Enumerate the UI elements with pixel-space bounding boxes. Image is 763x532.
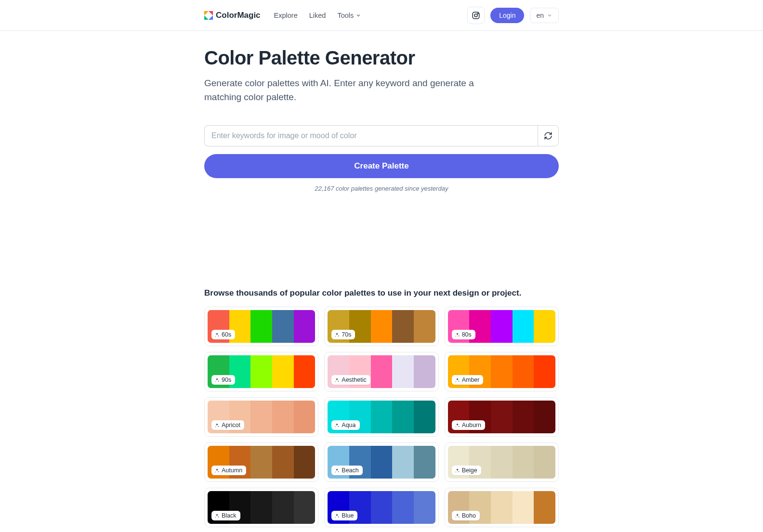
swatch-row: Blue bbox=[328, 491, 435, 524]
nav-tools-label: Tools bbox=[337, 12, 354, 19]
nav-explore[interactable]: Explore bbox=[274, 12, 298, 19]
color-swatch bbox=[491, 355, 513, 388]
palette-label: Amber bbox=[462, 376, 480, 383]
sparkle-icon bbox=[214, 423, 220, 428]
palette-card[interactable]: Auburn bbox=[445, 397, 559, 437]
brand-logo[interactable]: ColorMagic bbox=[204, 11, 261, 20]
palette-card[interactable]: 70s bbox=[324, 307, 438, 346]
nav-liked[interactable]: Liked bbox=[309, 12, 326, 19]
palette-label: Aqua bbox=[342, 422, 355, 428]
palette-card[interactable]: Black bbox=[204, 488, 318, 527]
color-swatch bbox=[534, 355, 555, 388]
swatch-row: Black bbox=[208, 491, 315, 524]
palette-tag: Auburn bbox=[452, 420, 485, 430]
palette-card[interactable]: Boho bbox=[445, 488, 559, 527]
swatch-row: Apricot bbox=[208, 401, 315, 433]
palette-tag: Blue bbox=[331, 511, 357, 520]
sparkle-icon bbox=[334, 377, 340, 383]
palette-card[interactable]: 80s bbox=[445, 307, 559, 346]
palette-tag: Beach bbox=[331, 466, 362, 475]
color-swatch bbox=[392, 310, 414, 343]
palette-card[interactable]: Beach bbox=[324, 442, 438, 482]
palette-tag: Apricot bbox=[211, 420, 244, 430]
palette-card[interactable]: Apricot bbox=[204, 397, 318, 437]
instagram-button[interactable] bbox=[467, 7, 485, 24]
color-swatch bbox=[371, 355, 393, 388]
palette-label: 90s bbox=[222, 376, 231, 383]
palette-label: 70s bbox=[342, 331, 351, 338]
sparkle-icon bbox=[214, 513, 220, 519]
palette-card[interactable]: Amber bbox=[445, 352, 559, 391]
palette-label: Auburn bbox=[462, 422, 481, 428]
stats-text: 22,167 color palettes generated since ye… bbox=[204, 185, 559, 192]
swatch-row: 70s bbox=[328, 310, 435, 343]
palette-tag: Beige bbox=[452, 466, 481, 475]
sparkle-icon bbox=[334, 468, 340, 473]
page-subtitle: Generate color palettes with AI. Enter a… bbox=[204, 77, 474, 104]
refresh-button[interactable] bbox=[538, 125, 559, 146]
color-swatch bbox=[414, 310, 435, 343]
palette-label: Black bbox=[222, 512, 237, 519]
create-palette-button[interactable]: Create Palette bbox=[204, 154, 559, 178]
swatch-row: Boho bbox=[448, 491, 555, 524]
palette-card[interactable]: 90s bbox=[204, 352, 318, 391]
sparkle-icon bbox=[334, 423, 340, 428]
color-swatch bbox=[534, 401, 555, 433]
color-swatch bbox=[414, 446, 435, 479]
sparkle-icon bbox=[214, 332, 220, 337]
color-swatch bbox=[513, 446, 534, 479]
color-swatch bbox=[294, 355, 316, 388]
color-swatch bbox=[250, 355, 272, 388]
color-swatch bbox=[294, 446, 316, 479]
color-swatch bbox=[513, 401, 534, 433]
nav-tools[interactable]: Tools bbox=[337, 12, 361, 19]
color-swatch bbox=[414, 491, 435, 524]
swatch-row: Autumn bbox=[208, 446, 315, 479]
color-swatch bbox=[250, 491, 272, 524]
swatch-row: Aqua bbox=[328, 401, 435, 433]
language-selector[interactable]: en bbox=[530, 8, 559, 23]
palette-tag: Boho bbox=[452, 511, 480, 520]
keyword-input[interactable] bbox=[204, 125, 538, 146]
color-swatch bbox=[534, 491, 555, 524]
palette-card[interactable]: Aqua bbox=[324, 397, 438, 437]
main-nav: Explore Liked Tools bbox=[274, 12, 362, 19]
logo-icon bbox=[204, 11, 213, 20]
palette-label: Autumn bbox=[222, 467, 242, 474]
sparkle-icon bbox=[214, 377, 220, 383]
swatch-row: Aesthetic bbox=[328, 355, 435, 388]
palette-card[interactable]: Blue bbox=[324, 488, 438, 527]
palette-tag: 80s bbox=[452, 330, 475, 339]
palette-label: Blue bbox=[342, 512, 354, 519]
palette-card[interactable]: 60s bbox=[204, 307, 318, 346]
swatch-row: Beige bbox=[448, 446, 555, 479]
palette-tag: Aesthetic bbox=[331, 375, 370, 385]
color-swatch bbox=[371, 310, 393, 343]
swatch-row: 60s bbox=[208, 310, 315, 343]
color-swatch bbox=[250, 446, 272, 479]
swatch-row: Auburn bbox=[448, 401, 555, 433]
color-swatch bbox=[272, 355, 294, 388]
palette-label: Beach bbox=[342, 467, 358, 474]
palette-label: Aesthetic bbox=[342, 376, 366, 383]
color-swatch bbox=[272, 401, 294, 433]
palette-label: 80s bbox=[462, 331, 472, 338]
color-swatch bbox=[392, 355, 414, 388]
color-swatch bbox=[371, 401, 393, 433]
color-swatch bbox=[294, 310, 316, 343]
palette-tag: Amber bbox=[452, 375, 484, 385]
palette-label: Apricot bbox=[222, 422, 240, 428]
palette-card[interactable]: Autumn bbox=[204, 442, 318, 482]
palette-card[interactable]: Beige bbox=[445, 442, 559, 482]
sparkle-icon bbox=[455, 468, 460, 473]
instagram-icon bbox=[472, 11, 480, 20]
palette-tag: Black bbox=[211, 511, 240, 520]
palette-tag: 90s bbox=[211, 375, 235, 385]
palette-card[interactable]: Aesthetic bbox=[324, 352, 438, 391]
color-swatch bbox=[534, 310, 555, 343]
color-swatch bbox=[371, 446, 393, 479]
login-button[interactable]: Login bbox=[490, 8, 524, 23]
color-swatch bbox=[250, 401, 272, 433]
palette-tag: Aqua bbox=[331, 420, 359, 430]
color-swatch bbox=[513, 491, 534, 524]
